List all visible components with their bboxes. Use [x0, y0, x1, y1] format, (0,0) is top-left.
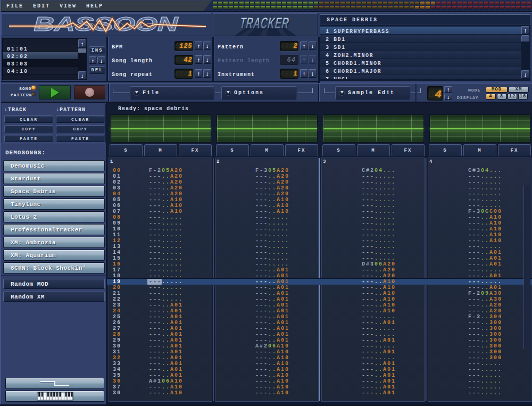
svg-text:TRACKER: TRACKER — [239, 14, 290, 31]
